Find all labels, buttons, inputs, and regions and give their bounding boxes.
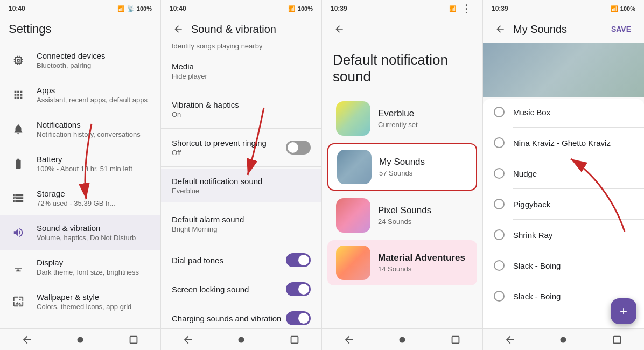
sidebar-item-wallpaper[interactable]: Wallpaper & style Colors, themed icons, … [0,284,160,319]
nav-recents-1[interactable] [128,334,139,346]
nav-back-4[interactable] [504,334,516,346]
status-icons-3: 📶 ⋮ [449,1,474,16]
time-1: 10:40 [9,5,25,12]
wifi-icon-4: 📶 [611,5,618,12]
sound-info-everblue: Everblue Currently set [378,108,418,129]
display-text: Display Dark theme, font size, brightnes… [37,258,152,276]
sv-alarm-sub: Bright Morning [172,225,311,233]
nav-recents-2[interactable] [289,334,300,346]
status-bar-4: 10:39 📶 100% [483,0,644,15]
sound-radio-musicbox[interactable]: Music Box [483,99,644,125]
nav-bar-2 [161,328,321,350]
battery-label: Battery [37,155,152,164]
everblue-label: Everblue [378,108,418,119]
battery-icon [9,154,28,173]
connected-devices-sub: Bluetooth, pairing [37,61,152,69]
sound-radio-piggyback[interactable]: Piggyback [483,191,644,217]
notification-sound-panel: 10:39 📶 ⋮ Default notification sound Eve… [322,0,483,350]
sv-notification-sub: Everblue [172,187,311,195]
wallpaper-text: Wallpaper & style Colors, themed icons, … [37,292,152,311]
nav-back-3[interactable] [343,334,355,346]
sv-vibration-sub: On [172,110,311,118]
nav-recents-4[interactable] [611,334,623,346]
thumb-pixelsounds [336,198,370,233]
sv-charging-label: Charging sounds and vibration [172,314,281,323]
sound-radio-ninakraviz[interactable]: Nina Kraviz - Ghetto Kraviz [483,130,644,156]
sound-radio-shrinkray[interactable]: Shrink Ray [483,222,644,248]
sv-media[interactable]: Media Hide player [161,54,321,88]
sv-shortcut[interactable]: Shortcut to prevent ringing Off [161,131,321,164]
my-sounds-panel: 10:39 📶 100% My Sounds SAVE Music Box Ni… [483,0,644,350]
settings-app-bar: Settings [0,15,160,43]
sidebar-item-connected-devices[interactable]: Connected devices Bluetooth, pairing [0,43,160,78]
apps-label: Apps [37,86,152,95]
pixelsounds-sub: 24 Sounds [378,218,431,226]
sound-item-pixelsounds[interactable]: Pixel Sounds 24 Sounds [327,193,477,238]
apps-sub: Assistant, recent apps, default apps [37,96,152,104]
nav-home-4[interactable] [557,334,569,346]
sound-title: Sound & vibration [191,23,313,36]
charging-toggle[interactable] [286,311,311,325]
back-button-4[interactable] [492,20,509,38]
slackboing1-label: Slack - Boing [513,261,561,270]
nav-recents-3[interactable] [450,334,461,346]
sv-vibration[interactable]: Vibration & haptics On [161,93,321,126]
radio-ninakraviz [494,137,505,148]
sv-dialpad[interactable]: Dial pad tones [161,246,321,275]
sound-item-everblue[interactable]: Everblue Currently set [327,96,477,141]
svg-point-3 [238,337,244,342]
dialpad-toggle[interactable] [286,253,311,267]
sound-vibration-panel: 10:40 📶 100% Sound & vibration Identify … [161,0,322,350]
battery-sub: 100% - About 13 hr, 51 min left [37,165,152,173]
connected-devices-icon [9,51,28,70]
sidebar-item-sound[interactable]: Sound & vibration Volume, haptics, Do No… [0,215,160,250]
sv-notification-sound[interactable]: Default notification sound Everblue [161,169,321,202]
nav-home-1[interactable] [74,334,86,346]
musicbox-label: Music Box [513,108,550,117]
sv-media-label: Media [172,62,311,71]
wifi-icon: 📶 [117,5,125,12]
shortcut-toggle[interactable] [286,141,311,155]
sidebar-item-apps[interactable]: Apps Assistant, recent apps, default app… [0,78,160,112]
sv-alarm-label: Default alarm sound [172,215,311,224]
sv-charging[interactable]: Charging sounds and vibration [161,304,321,328]
nav-back-2[interactable] [182,334,194,346]
save-button[interactable]: SAVE [607,23,635,36]
apps-text: Apps Assistant, recent apps, default app… [37,86,152,104]
sidebar-item-accessibility[interactable]: Accessibility Display, interaction, audi… [0,319,160,328]
storage-sub: 72% used - 35.39 GB fr... [37,199,152,207]
back-button-3[interactable] [331,20,348,38]
more-icon-3[interactable]: ⋮ [459,1,474,16]
status-bar-2: 10:40 📶 100% [161,0,321,15]
status-icons-1: 📶 📡 100% [117,5,152,12]
sound-radio-slackboing1[interactable]: Slack - Boing [483,253,644,278]
sound-item-material[interactable]: Material Adventures 14 Sounds [327,240,477,285]
nav-home-2[interactable] [235,334,247,346]
screenlocking-toggle[interactable] [286,282,311,296]
ninakraviz-label: Nina Kraviz - Ghetto Kraviz [513,138,611,148]
sidebar-item-notifications[interactable]: Notifications Notification history, conv… [0,112,160,146]
sv-alarm-sound[interactable]: Default alarm sound Bright Morning [161,207,321,241]
notifications-text: Notifications Notification history, conv… [37,120,152,138]
time-2: 10:40 [170,5,186,12]
sv-screenlocking[interactable]: Screen locking sound [161,275,321,304]
sidebar-item-storage[interactable]: Storage 72% used - 35.39 GB fr... [0,181,160,215]
sound-item-mysounds[interactable]: My Sounds 57 Sounds [327,143,477,191]
nav-bar-3 [322,328,482,350]
sidebar-item-battery[interactable]: Battery 100% - About 13 hr, 51 min left [0,146,160,181]
material-label: Material Adventures [378,253,465,263]
battery-status-4: 100% [620,5,635,12]
sound-label: Sound & vibration [37,223,152,233]
back-button-2[interactable] [170,20,187,38]
settings-panel: 10:40 📶 📡 100% Settings Connected device… [0,0,161,350]
nav-home-3[interactable] [396,334,408,346]
sidebar-item-display[interactable]: Display Dark theme, font size, brightnes… [0,250,160,284]
identify-songs-label: Identify songs playing nearby [161,41,321,54]
notification-panel-title: Default notification sound [322,43,482,92]
sound-radio-nudge[interactable]: Nudge [483,160,644,186]
apps-icon [9,85,28,104]
sv-screenlocking-label: Screen locking sound [172,285,249,294]
nav-back-1[interactable] [21,334,33,346]
slackboing2-label: Slack - Boing [513,292,561,301]
add-sound-fab[interactable]: + [611,298,636,324]
